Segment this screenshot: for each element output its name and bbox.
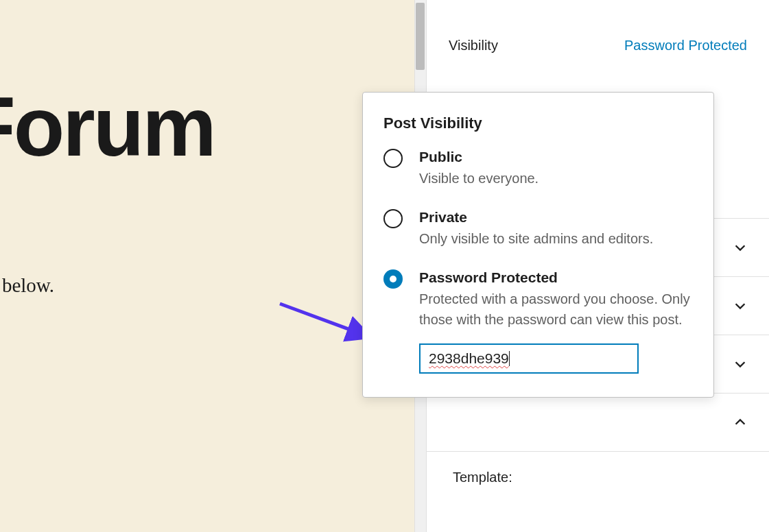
popover-title: Post Visibility bbox=[383, 114, 693, 132]
option-description: Protected with a password you choose. On… bbox=[419, 289, 693, 330]
visibility-option-public[interactable]: Public Visible to everyone. bbox=[383, 149, 693, 189]
post-visibility-popover: Post Visibility Public Visible to everyo… bbox=[362, 92, 714, 398]
post-body-text[interactable]: in the field below. bbox=[0, 274, 54, 297]
visibility-setting-row[interactable]: Visibility Password Protected bbox=[427, 0, 769, 67]
template-label: Template: bbox=[453, 470, 512, 485]
text-cursor bbox=[509, 351, 510, 366]
password-value: 2938dhe939 bbox=[429, 350, 509, 366]
option-label: Public bbox=[419, 149, 693, 165]
visibility-option-private[interactable]: Private Only visible to site admins and … bbox=[383, 209, 693, 249]
sidebar-panel-4[interactable] bbox=[427, 393, 769, 451]
radio-unchecked-icon[interactable] bbox=[383, 149, 403, 168]
chevron-up-icon bbox=[732, 414, 748, 431]
option-description: Visible to everyone. bbox=[419, 168, 693, 189]
scrollbar-thumb[interactable] bbox=[416, 3, 425, 70]
visibility-label: Visibility bbox=[449, 38, 498, 53]
chevron-down-icon bbox=[732, 298, 748, 314]
radio-unchecked-icon[interactable] bbox=[383, 209, 403, 228]
option-label: Private bbox=[419, 209, 693, 226]
editor-canvas[interactable]: nly Forum in the field below. bbox=[0, 0, 414, 532]
post-title[interactable]: nly Forum bbox=[0, 79, 215, 175]
chevron-down-icon bbox=[732, 356, 748, 372]
chevron-down-icon bbox=[732, 239, 748, 256]
option-description: Only visible to site admins and editors. bbox=[419, 228, 693, 249]
template-setting-row[interactable]: Template: bbox=[427, 451, 769, 495]
password-input[interactable]: 2938dhe939 bbox=[419, 343, 639, 374]
visibility-value[interactable]: Password Protected bbox=[624, 38, 747, 53]
visibility-option-password-protected[interactable]: Password Protected Protected with a pass… bbox=[383, 269, 693, 374]
radio-checked-icon[interactable] bbox=[383, 269, 403, 289]
option-label: Password Protected bbox=[419, 269, 693, 286]
